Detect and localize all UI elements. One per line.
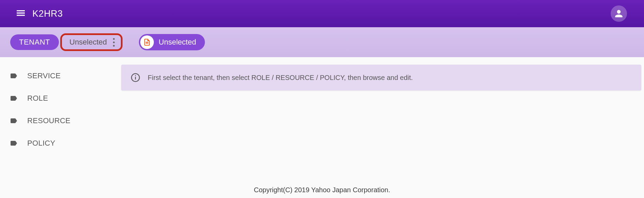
hamburger-icon[interactable] <box>15 7 26 20</box>
subheader: TENANT Unselected Unselected <box>0 27 644 57</box>
more-vertical-icon[interactable] <box>113 38 115 47</box>
header-left: K2HR3 <box>15 7 63 20</box>
app-header: K2HR3 <box>0 0 644 27</box>
footer-copyright: Copyright(C) 2019 Yahoo Japan Corporatio… <box>0 186 644 194</box>
label-icon <box>10 139 18 147</box>
sidebar-item-resource[interactable]: RESOURCE <box>0 110 121 132</box>
info-icon <box>131 73 140 82</box>
document-icon <box>140 35 154 49</box>
svg-rect-1 <box>17 13 25 14</box>
info-banner: First select the tenant, then select ROL… <box>121 65 641 90</box>
tenant-pill[interactable]: TENANT <box>10 34 59 50</box>
svg-rect-5 <box>135 77 136 80</box>
tenant-group: TENANT Unselected <box>10 33 123 51</box>
svg-rect-6 <box>135 75 136 76</box>
sidebar-item-role[interactable]: ROLE <box>0 87 121 110</box>
label-icon <box>10 72 18 80</box>
sidebar: SERVICE ROLE RESOURCE POLICY <box>0 57 121 154</box>
svg-rect-2 <box>17 15 25 16</box>
app-title: K2HR3 <box>32 9 63 19</box>
person-icon <box>613 8 624 19</box>
label-icon <box>10 117 18 125</box>
tenant-selector-highlighted[interactable]: Unselected <box>60 33 123 51</box>
main-panel: First select the tenant, then select ROL… <box>121 57 644 154</box>
path-pill[interactable]: Unselected <box>139 34 205 50</box>
tenant-selector-value: Unselected <box>69 38 107 47</box>
path-value: Unselected <box>159 38 196 47</box>
account-avatar-button[interactable] <box>611 5 627 22</box>
sidebar-item-policy[interactable]: POLICY <box>0 132 121 154</box>
svg-rect-0 <box>17 10 25 11</box>
sidebar-item-label: RESOURCE <box>27 116 70 125</box>
sidebar-item-service[interactable]: SERVICE <box>0 65 121 87</box>
info-message: First select the tenant, then select ROL… <box>148 74 413 82</box>
content-area: SERVICE ROLE RESOURCE POLICY <box>0 57 644 154</box>
sidebar-item-label: POLICY <box>27 139 55 148</box>
label-icon <box>10 94 18 102</box>
sidebar-item-label: SERVICE <box>27 71 61 80</box>
sidebar-item-label: ROLE <box>27 94 48 103</box>
